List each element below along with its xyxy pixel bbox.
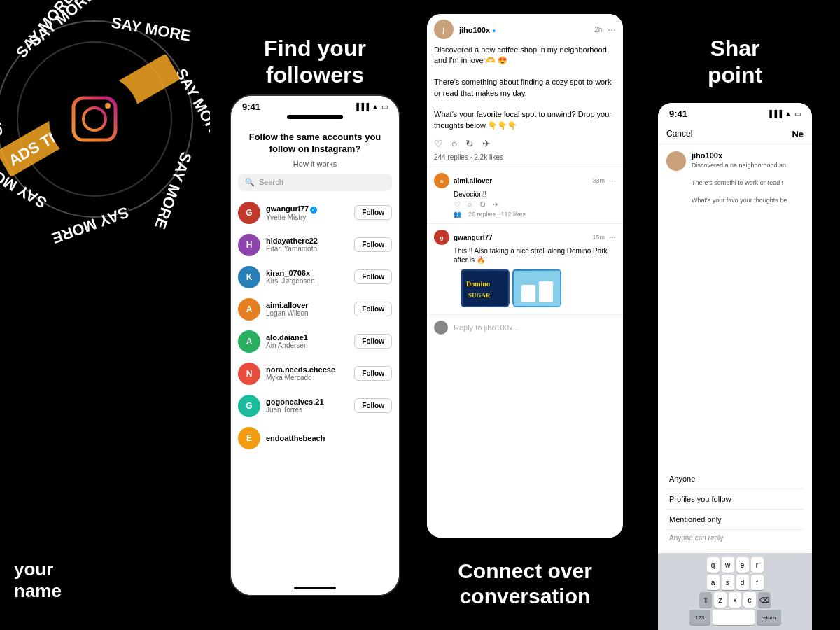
repost-icon[interactable]: ↻ bbox=[465, 138, 474, 149]
key-w[interactable]: w bbox=[722, 557, 734, 573]
status-time: 9:41 bbox=[242, 102, 260, 112]
comment2-time: 15m bbox=[592, 234, 605, 241]
user-avatar: A bbox=[238, 298, 260, 321]
comment-like-icon[interactable]: ♡ bbox=[454, 200, 461, 209]
svg-text:SAY MORE: SAY MORE bbox=[50, 203, 132, 247]
share-icon[interactable]: ✈ bbox=[482, 138, 491, 149]
user-realname: Myka Mercado bbox=[266, 374, 349, 382]
svg-text:SAY MORE: SAY MORE bbox=[0, 55, 6, 138]
key-f[interactable]: f bbox=[751, 575, 764, 590]
keyboard-area: q w e r a s d f ⇧ z x c ⌫ 123 return bbox=[658, 553, 812, 630]
reply-bar[interactable]: Reply to jiho100x... bbox=[427, 314, 623, 340]
panel-find-followers: Find your followers 9:41 ▐▐▐ ▲ ▭ Follow … bbox=[210, 0, 420, 630]
key-d[interactable]: d bbox=[736, 575, 749, 590]
reply-option-follows[interactable]: Profiles you follow bbox=[666, 489, 804, 510]
user-info: aimi.alloverLogan Wilson bbox=[266, 301, 349, 317]
user-info: endoatthebeach bbox=[266, 434, 392, 442]
commenter-username: aimi.allover bbox=[454, 177, 588, 185]
how-it-works-link[interactable]: How it works bbox=[231, 160, 399, 168]
verified-badge: ✓ bbox=[310, 206, 317, 214]
comment-item: a aimi.allover 33m ··· Devoción!! ♡ ○ ↻ … bbox=[427, 169, 623, 222]
user-avatar: N bbox=[238, 363, 260, 385]
key-x[interactable]: x bbox=[729, 592, 741, 608]
home-indicator bbox=[231, 581, 399, 595]
key-space[interactable] bbox=[713, 610, 755, 625]
key-q[interactable]: q bbox=[707, 557, 720, 573]
search-input[interactable]: Search bbox=[259, 178, 284, 186]
status-icons: ▐▐▐ ▲ ▭ bbox=[354, 103, 388, 111]
comment-actions: ♡ ○ ↻ ✈ bbox=[434, 200, 616, 209]
phone-notch bbox=[287, 115, 343, 119]
follow-item: Ggwangurl77✓Yvette MistryFollow bbox=[231, 197, 399, 229]
panel1-text-your: your bbox=[14, 559, 62, 580]
follow-list: Ggwangurl77✓Yvette MistryFollowHhidayath… bbox=[231, 197, 399, 454]
key-a[interactable]: a bbox=[707, 575, 720, 590]
keyboard-row-3: ⇧ z x c ⌫ bbox=[661, 592, 809, 608]
reply-option-mentioned[interactable]: Mentioned only bbox=[666, 510, 804, 530]
panel1-text-name: name bbox=[14, 580, 62, 602]
spiral-decoration: SAY MORE SAY MORE SAY MORE SAY MORE SAY … bbox=[0, 0, 210, 315]
follow-button[interactable]: Follow bbox=[354, 398, 392, 413]
comment-image-2 bbox=[512, 269, 561, 307]
reply-option-note: Anyone can reply bbox=[666, 530, 804, 549]
post-options-icon[interactable]: ··· bbox=[608, 24, 616, 35]
follow-button[interactable]: Follow bbox=[354, 366, 392, 381]
user-username: endoatthebeach bbox=[266, 434, 392, 442]
key-r[interactable]: r bbox=[751, 557, 764, 573]
comment-time: 33m bbox=[592, 177, 605, 184]
commenter2-username: gwangurl77 bbox=[454, 234, 588, 241]
user-username: gwangurl77✓ bbox=[266, 204, 349, 214]
user-username: hidayathere22 bbox=[266, 237, 349, 245]
follow-button[interactable]: Follow bbox=[354, 270, 392, 284]
user-info: gogoncalves.21Juan Torres bbox=[266, 398, 349, 414]
search-bar[interactable]: 🔍 Search bbox=[238, 174, 392, 191]
post-container: j jiho100x ● 2h ··· Discovered a new cof… bbox=[427, 14, 623, 538]
follow-item: Aalo.daiane1Ain AndersenFollow bbox=[231, 326, 399, 358]
svg-text:SAY MORE: SAY MORE bbox=[110, 13, 192, 45]
compose-time: 9:41 bbox=[669, 108, 687, 119]
follow-button[interactable]: Follow bbox=[354, 302, 392, 316]
panel1-background: SAY MORE SAY MORE SAY MORE SAY MORE SAY … bbox=[0, 0, 210, 630]
comment-stats: 👥 26 replies · 112 likes bbox=[434, 211, 616, 218]
reply-count: 244 replies bbox=[434, 153, 468, 161]
follow-button[interactable]: Follow bbox=[354, 205, 392, 220]
key-c[interactable]: c bbox=[743, 592, 756, 608]
compose-user: jiho100x Discovered a ne neighborhood an… bbox=[666, 151, 804, 205]
comment-item-2: g gwangurl77 15m ··· This!!! Also taking… bbox=[427, 225, 623, 314]
key-s[interactable]: s bbox=[722, 575, 734, 590]
reply-option-anyone[interactable]: Anyone bbox=[666, 469, 804, 489]
cancel-button[interactable]: Cancel bbox=[666, 129, 692, 139]
keyboard-row-2: a s d f bbox=[661, 575, 809, 590]
post-body: Discovered a new coffee shop in my neigh… bbox=[427, 45, 623, 135]
reply-input[interactable]: Reply to jiho100x... bbox=[454, 323, 616, 332]
key-delete[interactable]: ⌫ bbox=[758, 592, 771, 608]
phone-follow-frame: 9:41 ▐▐▐ ▲ ▭ Follow the same accounts yo… bbox=[231, 96, 399, 595]
comment-reply-icon[interactable]: ○ bbox=[468, 200, 472, 209]
comment-repost-icon[interactable]: ↻ bbox=[479, 200, 486, 209]
post-username: jiho100x ● bbox=[459, 26, 496, 34]
key-e[interactable]: e bbox=[736, 557, 749, 573]
compose-wifi-icon: ▲ bbox=[785, 110, 792, 118]
follow-button[interactable]: Follow bbox=[354, 334, 392, 349]
comment-options-icon[interactable]: ··· bbox=[609, 176, 616, 186]
keyboard-row-4: 123 return bbox=[661, 610, 809, 625]
follow-button[interactable]: Follow bbox=[354, 237, 392, 252]
key-123[interactable]: 123 bbox=[690, 610, 710, 625]
comment2-options-icon[interactable]: ··· bbox=[609, 232, 616, 242]
comment-share-icon[interactable]: ✈ bbox=[493, 200, 499, 209]
follow-item: Aaimi.alloverLogan WilsonFollow bbox=[231, 293, 399, 326]
comment-icon[interactable]: ○ bbox=[451, 138, 457, 149]
compose-body: jiho100x Discovered a ne neighborhood an… bbox=[658, 144, 812, 465]
key-return[interactable]: return bbox=[757, 610, 781, 625]
key-shift[interactable]: ⇧ bbox=[699, 592, 712, 608]
key-z[interactable]: z bbox=[714, 592, 727, 608]
signal-icon: ▐▐▐ bbox=[354, 103, 369, 111]
comment-header: a aimi.allover 33m ··· bbox=[434, 173, 616, 188]
user-username: gogoncalves.21 bbox=[266, 398, 349, 406]
comment-image-1: Domino SUGAR bbox=[461, 269, 510, 307]
panel2-title: Find your followers bbox=[243, 21, 387, 89]
like-icon[interactable]: ♡ bbox=[434, 138, 443, 149]
svg-text:SAY MORE: SAY MORE bbox=[13, 0, 78, 62]
user-info: gwangurl77✓Yvette Mistry bbox=[266, 204, 349, 221]
user-username: nora.needs.cheese bbox=[266, 365, 349, 374]
